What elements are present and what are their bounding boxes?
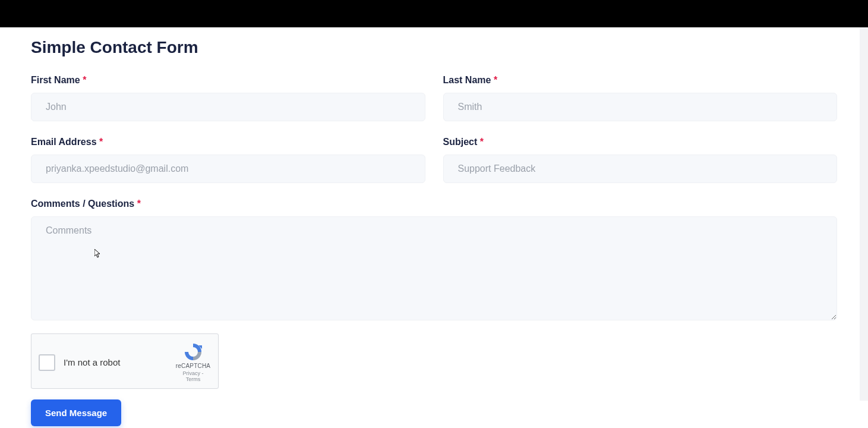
contact-form-page: Simple Contact Form First Name * Last Na… bbox=[0, 27, 868, 428]
recaptcha-links[interactable]: Privacy - Terms bbox=[175, 370, 211, 382]
last-name-label-text: Last Name bbox=[443, 75, 491, 85]
comments-label-text: Comments / Questions bbox=[31, 199, 134, 209]
first-name-label-text: First Name bbox=[31, 75, 80, 85]
first-name-input[interactable] bbox=[31, 93, 425, 121]
required-asterisk: * bbox=[137, 199, 141, 209]
email-input[interactable] bbox=[31, 155, 425, 183]
required-asterisk: * bbox=[99, 137, 103, 147]
last-name-input[interactable] bbox=[443, 93, 838, 121]
recaptcha-label: I'm not a robot bbox=[64, 357, 120, 367]
required-asterisk: * bbox=[83, 75, 86, 85]
comments-textarea[interactable] bbox=[31, 216, 837, 320]
recaptcha-branding: reCAPTCHA Privacy - Terms bbox=[175, 342, 211, 382]
email-label-text: Email Address bbox=[31, 137, 97, 147]
recaptcha-brand-text: reCAPTCHA bbox=[175, 363, 211, 369]
subject-field-group: Subject * bbox=[443, 137, 838, 183]
send-message-button[interactable]: Send Message bbox=[31, 399, 121, 426]
recaptcha-checkbox[interactable] bbox=[39, 354, 55, 371]
first-name-field-group: First Name * bbox=[31, 75, 425, 121]
required-asterisk: * bbox=[480, 137, 484, 147]
form-grid: First Name * Last Name * Email Address * bbox=[31, 75, 837, 323]
email-field-group: Email Address * bbox=[31, 137, 425, 183]
subject-input[interactable] bbox=[443, 155, 838, 183]
recaptcha-left: I'm not a robot bbox=[39, 354, 120, 371]
last-name-label: Last Name * bbox=[443, 75, 838, 86]
last-name-field-group: Last Name * bbox=[443, 75, 838, 121]
comments-label: Comments / Questions * bbox=[31, 199, 837, 209]
scrollbar-track[interactable] bbox=[860, 27, 868, 401]
comments-field-group: Comments / Questions * bbox=[31, 199, 837, 323]
subject-label-text: Subject bbox=[443, 137, 478, 147]
email-label: Email Address * bbox=[31, 137, 425, 147]
recaptcha-widget: I'm not a robot reCAPTCHA Privacy - Term… bbox=[31, 333, 219, 389]
required-asterisk: * bbox=[494, 75, 497, 85]
top-black-bar bbox=[0, 0, 868, 27]
page-title: Simple Contact Form bbox=[31, 38, 837, 57]
subject-label: Subject * bbox=[443, 137, 838, 147]
first-name-label: First Name * bbox=[31, 75, 425, 86]
recaptcha-icon bbox=[184, 342, 203, 361]
